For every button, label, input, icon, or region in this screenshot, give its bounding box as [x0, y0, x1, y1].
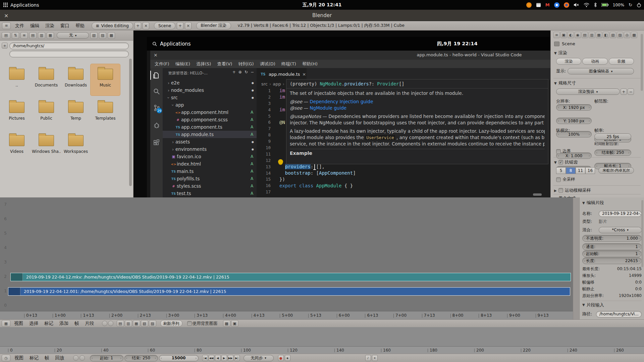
properties-tab-icon[interactable]: ▦	[596, 32, 602, 38]
start-frame-field[interactable]: 起始帧: 1	[582, 250, 642, 257]
file-browser-item[interactable]: Pictures	[2, 97, 32, 129]
frame-end-field[interactable]: 结束: 250	[124, 355, 158, 361]
channel-field[interactable]: 通道: 1	[582, 243, 642, 250]
render-panel-header[interactable]: ▼ 渲染	[554, 50, 567, 56]
overlay-button[interactable]: ▣	[231, 320, 238, 327]
preview-range-toggle-icon[interactable]	[73, 355, 78, 361]
timeline-menu-item[interactable]: 帧	[42, 355, 52, 361]
power-icon[interactable]	[637, 3, 641, 7]
vscode-menu-item[interactable]: 帮助(H)	[299, 61, 321, 67]
explorer-item[interactable]: ›assets●	[163, 138, 257, 145]
display-short-list-button[interactable]: ▤	[29, 32, 37, 39]
aa-samples-button[interactable]: 11	[576, 167, 585, 174]
display-thumbnail-button[interactable]: ▦	[47, 32, 54, 39]
chrome-tray-icon[interactable]	[554, 2, 559, 8]
sequencer-area[interactable]: 76543210 2019-09-19 22-04-12.mkv: /home/…	[0, 197, 573, 319]
snap-button[interactable]: ▨	[149, 320, 156, 327]
wifi-icon[interactable]	[584, 3, 589, 7]
properties-tab-icon[interactable]: ▨	[617, 32, 623, 38]
blender-menu-item[interactable]: 窗口	[57, 23, 72, 29]
length-field[interactable]: 长度: 22615	[582, 257, 642, 264]
remove-preset-button[interactable]: −	[628, 88, 634, 95]
file-browser-item[interactable]: Public	[32, 97, 61, 129]
sync-mode-dropdown[interactable]: 无同步▾	[244, 355, 274, 361]
explorer-item[interactable]: ›app	[163, 101, 257, 109]
next-keyframe-button[interactable]: ▶▶	[228, 355, 233, 361]
aa-samples-button[interactable]: 5	[556, 167, 566, 174]
explorer-item[interactable]: ›e2e●	[163, 79, 257, 86]
antialiasing-panel-header[interactable]: ▼ ✓ 抗锯齿	[554, 159, 578, 165]
render-button[interactable]: 渲染	[556, 58, 581, 65]
file-browser-item[interactable]: Temp	[61, 97, 91, 129]
sort-alpha-button[interactable]: ⇅	[12, 32, 19, 39]
file-browser-item[interactable]: Templates	[91, 97, 120, 129]
explorer-item[interactable]: ›src●	[163, 94, 257, 101]
add-preset-button[interactable]: +	[621, 88, 627, 95]
properties-tab-icon[interactable]: ≡	[553, 32, 560, 38]
code-line[interactable]: 15})	[257, 176, 550, 182]
strip-name-field[interactable]: 2019-09-19 22-04-...	[599, 210, 642, 217]
audio-sync-icon[interactable]: ♪	[365, 355, 371, 361]
blender-menu-item[interactable]: 渲染	[42, 23, 57, 29]
updates-tray-icon[interactable]: ↻	[629, 2, 632, 7]
blend-mode-dropdown[interactable]: *Cross▾	[599, 227, 642, 233]
file-name-field[interactable]	[9, 51, 129, 57]
directory-path-field[interactable]: /home/hungtcs/	[9, 43, 129, 49]
play-button[interactable]: ▶	[221, 355, 227, 361]
collapse-all-icon[interactable]: −	[251, 70, 254, 74]
blender-menu-item[interactable]: 帮助	[72, 23, 88, 29]
toggle-operator-panel-button[interactable]: +	[2, 43, 8, 49]
file-browser-item[interactable]: Documents	[32, 64, 61, 96]
backdrop-checkbox[interactable]	[187, 321, 192, 326]
edit-strip-header[interactable]: ▼ 编辑片段	[582, 199, 642, 206]
timeline-menu-item[interactable]: 回放	[52, 355, 67, 361]
explorer-item[interactable]: ›node_modules●	[163, 86, 257, 94]
view-both-button[interactable]: ▦	[133, 320, 140, 327]
new-file-icon[interactable]: +	[232, 70, 236, 74]
doc-link[interactable]: NgModule guide	[310, 105, 346, 111]
properties-tab-icon[interactable]: ▩	[631, 32, 637, 38]
sequencer-menu-item[interactable]: 片段	[82, 320, 97, 326]
vscode-menu-item[interactable]: 选择(S)	[193, 61, 214, 67]
dimensions-panel-header[interactable]: ▼ 规格尺寸	[554, 80, 576, 86]
sequencer-menu-item[interactable]: 选择	[26, 320, 41, 326]
vscode-menu-item[interactable]: 编辑(E)	[172, 61, 193, 67]
filter-files-button[interactable]: ▧	[90, 32, 98, 39]
timeline-editor-icon[interactable]: ◷	[2, 355, 10, 361]
mute-toggle-icon[interactable]	[102, 321, 107, 326]
vscode-menu-item[interactable]: 查看(V)	[214, 61, 235, 67]
explorer-item[interactable]: ›environments●	[163, 145, 257, 153]
filter-hidden-button[interactable]: ▩	[108, 32, 115, 39]
calendar-tray-icon[interactable]	[536, 2, 541, 7]
clock[interactable]: 五,9月 20 12:41	[272, 2, 372, 8]
tab-close-icon[interactable]: ×	[302, 72, 306, 77]
render-presets-dropdown[interactable]: 渲染预设▾	[556, 88, 620, 95]
edit-strip-scrollbar[interactable]	[641, 200, 643, 267]
prev-keyframe-button[interactable]: ◀◀	[209, 355, 214, 361]
sequencer-menu-item[interactable]: 帧	[71, 320, 82, 326]
motion-blur-panel-header[interactable]: ▶ 运动模糊采样	[554, 187, 591, 193]
antialiasing-checkbox[interactable]: ✓	[558, 160, 563, 165]
code-line[interactable]: 16export class AppModule { }	[257, 182, 550, 189]
properties-tab-icon[interactable]: ▤	[582, 32, 588, 38]
sort-time-button[interactable]: ≡	[20, 32, 28, 39]
strip-handle[interactable]	[11, 273, 23, 281]
audio-mute-icon[interactable]: ✕	[372, 355, 378, 361]
preview-scrollbar[interactable]	[533, 193, 542, 196]
properties-tab-icon[interactable]: ◧	[603, 32, 609, 38]
delete-layout-button[interactable]: ×	[143, 22, 149, 29]
refresh-icon[interactable]: ↻	[245, 70, 248, 74]
aa-samples-button[interactable]: 16	[585, 167, 595, 174]
frame-start-field[interactable]: 起始: 1	[90, 355, 123, 361]
proxy-button[interactable]: ▩	[223, 320, 230, 327]
lock-toggle-icon[interactable]	[108, 321, 113, 326]
sequencer-sidebar-divider[interactable]	[573, 197, 579, 319]
record-button[interactable]: ●	[278, 355, 284, 361]
display-long-list-button[interactable]: ▥	[38, 32, 45, 39]
strip-handle[interactable]	[8, 288, 20, 295]
path-field[interactable]: /home/hungtcs/Vi...	[596, 311, 642, 317]
opacity-slider[interactable]: 不透明度: 1.000	[582, 235, 642, 242]
aa-samples-button[interactable]: 8	[566, 167, 576, 174]
properties-tab-icon[interactable]: ▧	[610, 32, 616, 38]
file-browser-item[interactable]: Downloads	[61, 64, 91, 96]
